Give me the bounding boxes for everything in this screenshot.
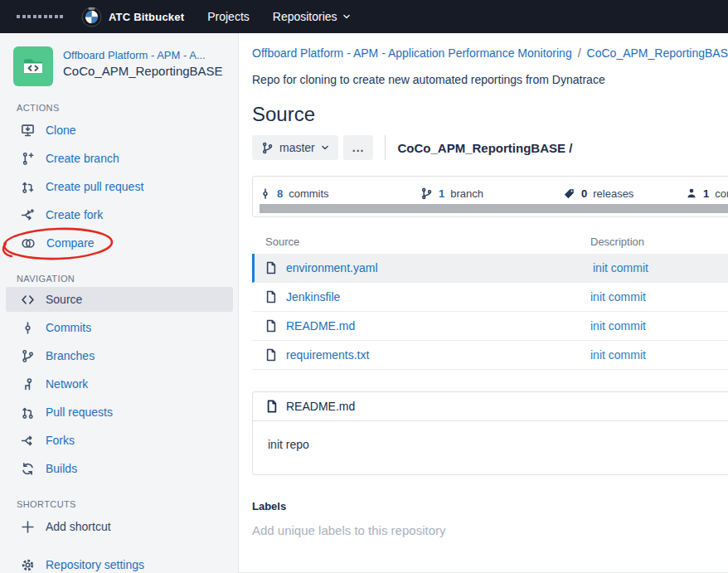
forks-icon — [21, 434, 35, 448]
sidebar-item-forks[interactable]: Forks — [0, 426, 238, 454]
svg-text:BMW: BMW — [89, 7, 95, 10]
current-path: CoCo_APM_ReportingBASE / — [397, 141, 572, 155]
repo-avatar — [13, 46, 53, 86]
nav-projects[interactable]: Projects — [207, 10, 250, 23]
file-icon — [266, 400, 278, 413]
builds-icon — [21, 462, 35, 476]
sidebar: Offboard Platform - APM - A... CoCo_APM_… — [0, 33, 239, 573]
stat-branches[interactable]: 1 branch — [420, 184, 483, 202]
sidebar-item-pull-requests[interactable]: Pull requests — [0, 398, 238, 426]
breadcrumb-project-link[interactable]: Offboard Platform - APM - Application Pe… — [252, 46, 572, 60]
labels-section-title: Labels — [252, 500, 728, 512]
file-row-jenkinsfile[interactable]: Jenkinsfile init commit — [252, 283, 728, 312]
file-row-requirements-txt[interactable]: requirements.txt init commit — [252, 341, 728, 370]
network-icon — [21, 377, 35, 391]
column-header-description: Description — [590, 236, 644, 248]
create-branch-icon — [21, 152, 35, 166]
column-header-source: Source — [265, 236, 299, 248]
sidebar-item-builds[interactable]: Builds — [0, 454, 238, 483]
app-switcher-icon[interactable] — [17, 15, 63, 18]
branches-icon — [21, 349, 35, 363]
action-compare[interactable]: Compare — [0, 229, 238, 257]
file-icon — [265, 261, 277, 274]
branch-selector-label: master — [279, 141, 315, 154]
tag-icon — [563, 187, 575, 200]
brand[interactable]: BMW ATC Bitbucket — [81, 7, 184, 27]
main-content: Offboard Platform - APM - Application Pe… — [239, 33, 728, 573]
more-actions-button[interactable]: ... — [343, 135, 374, 160]
readme-content: init repo — [253, 421, 728, 474]
file-row-readme-md[interactable]: README.md init commit — [252, 312, 728, 341]
top-navigation-bar: BMW ATC Bitbucket Projects Repositories — [0, 0, 728, 33]
file-table: Source Description environment.yaml init… — [252, 232, 728, 370]
add-shortcut-button[interactable]: Add shortcut — [0, 512, 238, 541]
create-pull-request-icon — [21, 180, 35, 194]
readme-panel-header[interactable]: README.md — [253, 392, 728, 421]
file-table-header: Source Description — [252, 232, 728, 254]
sidebar-item-source[interactable]: Source — [6, 287, 233, 312]
sidebar-item-network[interactable]: Network — [0, 370, 238, 398]
breadcrumb: Offboard Platform - APM - Application Pe… — [252, 46, 728, 60]
horizontal-scrollbar[interactable] — [260, 204, 728, 213]
stat-releases[interactable]: 0 releases — [563, 184, 633, 202]
nav-repositories[interactable]: Repositories — [273, 10, 351, 23]
section-title-actions: ACTIONS — [0, 103, 238, 113]
clone-icon — [21, 124, 35, 138]
action-create-branch[interactable]: Create branch — [0, 144, 238, 172]
page-title: Source — [252, 103, 728, 126]
repo-description: Repo for cloning to create new automated… — [252, 73, 728, 86]
breadcrumb-repo-link[interactable]: CoCo_APM_ReportingBASE — [587, 46, 728, 60]
branch-icon — [420, 187, 433, 200]
stat-contributors[interactable]: 1 contributor — [686, 184, 728, 202]
commit-message-link[interactable]: init commit — [590, 319, 646, 333]
readme-panel: README.md init repo — [252, 391, 728, 475]
commits-icon — [21, 321, 35, 335]
action-clone[interactable]: Clone — [0, 116, 238, 144]
file-icon — [265, 319, 277, 333]
file-row-environment-yaml[interactable]: environment.yaml init commit — [252, 254, 728, 283]
commit-message-link[interactable]: init commit — [590, 290, 646, 303]
repo-header: Offboard Platform - APM - A... CoCo_APM_… — [0, 46, 238, 86]
project-link[interactable]: Offboard Platform - APM - A... — [63, 49, 223, 61]
app-title: ATC Bitbucket — [109, 11, 184, 23]
chevron-down-icon — [342, 12, 351, 21]
toolbar-divider — [385, 135, 386, 160]
commit-message-link[interactable]: init commit — [590, 348, 646, 362]
section-title-shortcuts: SHORTCUTS — [0, 499, 238, 509]
chevron-down-icon — [321, 143, 329, 152]
commit-icon — [260, 187, 271, 200]
section-title-navigation: NAVIGATION — [0, 274, 238, 284]
repo-name: CoCo_APM_ReportingBASE — [63, 64, 223, 78]
repo-stats-bar: 8 commits 1 branch — [252, 176, 728, 217]
plus-icon — [21, 520, 35, 534]
action-create-fork[interactable]: Create fork — [0, 201, 238, 229]
source-toolbar: master ... CoCo_APM_ReportingBASE / — [252, 134, 728, 161]
labels-placeholder[interactable]: Add unique labels to this repository — [252, 523, 728, 537]
gear-icon — [21, 558, 35, 572]
file-icon — [265, 290, 277, 303]
person-icon — [686, 187, 697, 199]
branch-icon — [261, 142, 274, 154]
readme-title: README.md — [286, 400, 355, 413]
bmw-logo-icon: BMW — [81, 7, 102, 27]
repository-settings-link[interactable]: Repository settings — [0, 551, 238, 573]
file-icon — [265, 348, 277, 362]
file-link[interactable]: requirements.txt — [286, 348, 369, 362]
action-create-pull-request[interactable]: Create pull request — [0, 172, 238, 201]
file-link[interactable]: README.md — [286, 319, 355, 333]
branch-selector[interactable]: master — [252, 135, 338, 160]
stat-commits[interactable]: 8 commits — [260, 184, 329, 202]
sidebar-item-commits[interactable]: Commits — [0, 313, 238, 342]
breadcrumb-separator: / — [572, 46, 587, 60]
commit-message-link[interactable]: init commit — [593, 261, 648, 274]
sidebar-item-branches[interactable]: Branches — [0, 342, 238, 370]
source-icon — [21, 293, 35, 307]
pull-requests-icon — [21, 405, 35, 420]
compare-icon — [21, 236, 36, 250]
file-link[interactable]: environment.yaml — [286, 261, 378, 274]
bitbucket-repo-page: BMW ATC Bitbucket Projects Repositories — [0, 0, 728, 573]
file-link[interactable]: Jenkinsfile — [286, 290, 340, 303]
create-fork-icon — [21, 208, 35, 222]
